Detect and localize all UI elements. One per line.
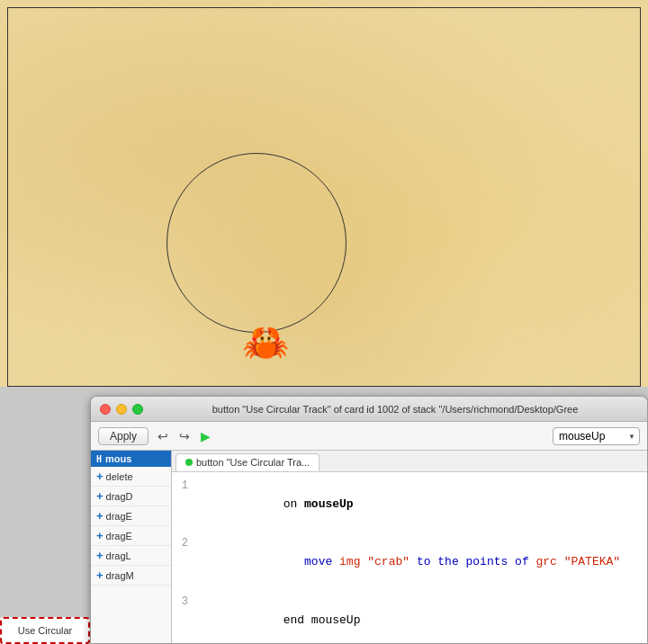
use-circular-label: Use Circular (18, 625, 73, 636)
kw-grc: grc "PATEKA" (536, 555, 621, 568)
list-item[interactable]: + dragD (91, 487, 171, 506)
item-label: dragE (106, 511, 132, 522)
kw-end: end (284, 613, 311, 627)
item-label: dragL (106, 550, 131, 561)
handler-badge: H (96, 454, 102, 464)
code-tab-bar: button "Use Circular Tra... (172, 451, 647, 472)
list-item[interactable]: + dragM (91, 566, 171, 586)
toolbar: Apply ↩ ↪ ▶ mouseUp mouseDown mouseEnter… (91, 422, 647, 451)
title-bar: button "Use Circular Track" of card id 1… (91, 397, 647, 422)
traffic-lights (100, 404, 143, 415)
close-button[interactable] (100, 404, 111, 415)
kw-mouseup-end: mouseUp (311, 613, 361, 627)
canvas-area: 🦀 (0, 0, 648, 387)
toolbar-icons: ↩ ↪ ▶ (154, 427, 214, 445)
circular-track (166, 153, 346, 333)
code-editor[interactable]: button "Use Circular Tra... 1 on mouseUp… (172, 451, 647, 643)
plus-icon: + (96, 529, 104, 542)
apply-button[interactable]: Apply (98, 427, 148, 445)
list-item[interactable]: + delete (91, 467, 171, 487)
line-number: 3 (172, 594, 199, 611)
item-label: dragD (106, 491, 133, 502)
code-content[interactable]: 1 on mouseUp 2 move img "crab" to the po… (172, 472, 647, 643)
script-list-header: H mous (91, 451, 171, 467)
line-number: 2 (172, 535, 199, 552)
code-line-2: 2 move img "crab" to the points of grc "… (172, 533, 647, 591)
code-line-3: 3 end mouseUp (172, 592, 647, 643)
item-label: dragE (106, 531, 132, 541)
line-content: end mouseUp (199, 593, 647, 643)
kw-img: img "crab" (339, 555, 417, 568)
kw-on: on (284, 497, 304, 511)
line-number: 1 (172, 478, 199, 495)
redo-button[interactable]: ↪ (176, 427, 194, 445)
event-select-wrapper: mouseUp mouseDown mouseEnter mouseLeave (553, 427, 640, 445)
handler-label: mous (105, 453, 131, 464)
kw-to: to the points of (417, 555, 536, 568)
undo-button[interactable]: ↩ (154, 427, 172, 445)
list-item[interactable]: + dragE (91, 506, 171, 526)
line-content: move img "crab" to the points of grc "PA… (199, 534, 647, 590)
script-list: H mous + delete + dragD + dragE + dragE … (91, 451, 172, 643)
plus-icon: + (96, 470, 104, 483)
tab-status-dot (185, 459, 193, 466)
item-label: dragM (106, 570, 134, 581)
event-select[interactable]: mouseUp mouseDown mouseEnter mouseLeave (553, 427, 640, 445)
plus-icon: + (96, 568, 104, 582)
plus-icon: + (96, 549, 104, 562)
undo-icon: ↩ (158, 429, 168, 443)
list-item[interactable]: + dragL (91, 546, 171, 566)
redo-icon: ↪ (179, 429, 190, 443)
tab-label: button "Use Circular Tra... (196, 457, 310, 468)
crab-sprite: 🦀 (242, 324, 289, 362)
run-icon: ▶ (201, 429, 211, 443)
ide-body: H mous + delete + dragD + dragE + dragE … (91, 451, 647, 643)
run-button[interactable]: ▶ (197, 427, 214, 445)
code-tab-active[interactable]: button "Use Circular Tra... (176, 453, 320, 471)
use-circular-track-button[interactable]: Use Circular (0, 617, 90, 644)
list-item[interactable]: + dragE (91, 526, 171, 546)
event-select-container: mouseUp mouseDown mouseEnter mouseLeave (553, 427, 640, 445)
line-content: on mouseUp (199, 477, 647, 532)
item-label: delete (106, 471, 133, 482)
minimize-button[interactable] (116, 404, 127, 415)
code-line-1: 1 on mouseUp (172, 476, 647, 533)
kw-move: move (284, 555, 339, 568)
plus-icon: + (96, 489, 104, 503)
plus-icon: + (96, 509, 104, 523)
kw-mouseup: mouseUp (304, 497, 354, 511)
ide-window: button "Use Circular Track" of card id 1… (90, 396, 648, 644)
maximize-button[interactable] (132, 404, 143, 415)
window-title: button "Use Circular Track" of card id 1… (152, 404, 638, 415)
